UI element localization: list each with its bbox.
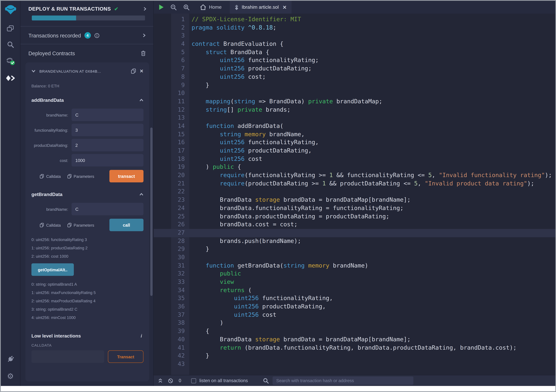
copy-icon[interactable]: [131, 68, 136, 74]
chevron-down-icon[interactable]: [31, 70, 36, 73]
line-number: 40: [154, 335, 189, 344]
terminal-search-input[interactable]: [272, 377, 413, 385]
terminal-bar: 0 listen on all transactions: [154, 375, 555, 386]
check-icon: ✔: [114, 6, 118, 12]
tab-file-active[interactable]: Ibrahim article.sol ✕: [230, 1, 292, 14]
field-label: cost:: [31, 158, 71, 163]
line-number: 42: [154, 352, 189, 360]
line-number: 12: [154, 106, 189, 114]
line-number: 19: [154, 163, 189, 171]
get-function-header: getBrandData: [31, 192, 143, 197]
line-content: BrandData storage brandData = brandDataM…: [189, 196, 555, 204]
calldata-label: Calldata: [46, 174, 61, 179]
output-line: 4: uint256: minCost 1000: [31, 315, 143, 320]
search-icon[interactable]: [7, 41, 14, 48]
listen-checkbox[interactable]: [191, 378, 196, 383]
tab-home[interactable]: Home: [200, 4, 222, 10]
copy-icon: [40, 174, 44, 179]
line-content: [189, 188, 555, 196]
clear-console-icon[interactable]: [168, 378, 173, 383]
calldata-label: Calldata: [46, 223, 61, 227]
field-label: brandName:: [31, 113, 71, 117]
line-number: 30: [154, 254, 189, 262]
settings-icon[interactable]: ⚙: [7, 372, 14, 380]
low-level-row: Transact: [31, 350, 143, 363]
panel-title: DEPLOY & RUN TRANSACTIONS: [28, 6, 111, 12]
close-tab-icon[interactable]: ✕: [283, 4, 287, 10]
field-label: functionalityRating:: [31, 128, 71, 132]
low-level-transact-button[interactable]: Transact: [108, 350, 143, 363]
copy-icon: [67, 223, 71, 227]
solidity-compiler-icon[interactable]: [6, 58, 15, 66]
line-number: 6: [154, 57, 189, 65]
transact-button[interactable]: transact: [109, 170, 143, 182]
deploy-run-icon[interactable]: [6, 75, 15, 81]
field-label: productDataRating:: [31, 143, 71, 147]
info-icon[interactable]: i: [141, 333, 143, 339]
zoom-out-icon[interactable]: [170, 4, 177, 10]
calldata-copy-button[interactable]: Calldata: [40, 174, 61, 179]
expand-terminal-icon[interactable]: [158, 378, 162, 383]
line-number: 10: [154, 90, 189, 98]
code-line: 36 uint256 productDataRating,: [154, 303, 555, 311]
chevron-up-icon[interactable]: [139, 193, 143, 196]
line-content: [189, 360, 555, 369]
zoom-in-icon[interactable]: [183, 4, 190, 10]
code-line: 43: [154, 360, 555, 369]
code-line: 24 brandData.functionalityRating = funct…: [154, 204, 555, 212]
parameters-copy-button[interactable]: Parameters: [67, 174, 94, 179]
code-line: 15 string memory brandName,: [154, 130, 555, 139]
line-content: uint256 functionalityRating;: [189, 57, 555, 65]
file-explorer-icon[interactable]: [7, 25, 14, 32]
line-content: [189, 254, 555, 262]
field-input-brandName[interactable]: [71, 109, 143, 121]
line-content: uint256 productDataRating;: [189, 65, 555, 73]
field-input-brandName[interactable]: [71, 203, 143, 215]
code-line: 33 view: [154, 278, 555, 286]
chevron-up-icon[interactable]: [139, 99, 143, 102]
info-icon[interactable]: [94, 33, 100, 38]
parameters-copy-button[interactable]: Parameters: [67, 223, 94, 227]
line-number: 24: [154, 204, 189, 212]
home-tab-label: Home: [209, 5, 222, 10]
trash-icon[interactable]: [141, 51, 146, 56]
balance-label: Balance: 0 ETH: [31, 84, 143, 88]
field-input-productDataRating[interactable]: [71, 139, 143, 151]
function-field-row: functionalityRating:: [31, 124, 143, 136]
close-icon[interactable]: ✕: [140, 68, 143, 74]
output-line: 0: uint256: functionalityRating 3: [31, 237, 143, 242]
contract-card-header[interactable]: BRANDEVALUATION AT 0X84B... ✕: [31, 68, 143, 74]
calldata-copy-button[interactable]: Calldata: [40, 223, 61, 227]
get-optimal-button[interactable]: getOptimalAlt..: [31, 263, 74, 276]
calldata-caps-label: CALLDATA: [31, 343, 143, 347]
panel-scrollbar[interactable]: [150, 128, 153, 296]
transactions-chevron-icon[interactable]: [143, 33, 146, 38]
call-button[interactable]: call: [109, 219, 143, 231]
code-line: 7 uint256 productDataRating;: [154, 65, 555, 73]
solidity-file-icon: [235, 4, 239, 10]
progress-bar: [32, 15, 145, 20]
line-content: view: [189, 278, 555, 286]
line-number: 11: [154, 98, 189, 106]
line-content: ) public {: [189, 163, 555, 171]
field-input-cost[interactable]: [71, 154, 143, 166]
panel-expand-chevron-icon[interactable]: [143, 7, 147, 11]
line-content: contract BrandEvaluation {: [189, 40, 555, 48]
line-number: 16: [154, 139, 189, 147]
code-editor[interactable]: 1// SPDX-License-Identifier: MIT2pragma …: [154, 14, 555, 375]
line-content: string[] private brands;: [189, 106, 555, 114]
calldata-input[interactable]: [31, 350, 104, 363]
plugin-manager-icon[interactable]: [7, 355, 14, 363]
code-line: 19 ) public {: [154, 163, 555, 171]
line-number: 35: [154, 294, 189, 303]
field-label: brandName:: [31, 207, 71, 211]
field-input-functionalityRating[interactable]: [71, 124, 143, 136]
line-number: 5: [154, 48, 189, 57]
remix-logo[interactable]: [5, 5, 16, 15]
get-function-outputs: 0: uint256: functionalityRating 31: uint…: [31, 234, 143, 258]
line-content: }: [189, 81, 555, 90]
line-number: 27: [154, 229, 189, 237]
line-content: brands.push(brandName);: [189, 237, 555, 245]
line-content: require(productDataRating >= 1 && produc…: [189, 180, 555, 188]
run-script-icon[interactable]: [159, 4, 164, 10]
